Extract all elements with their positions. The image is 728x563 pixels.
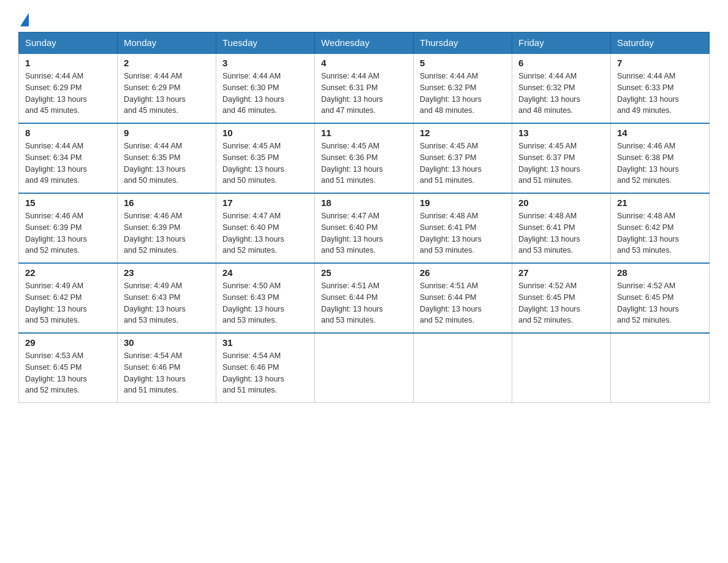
day-info: Sunrise: 4:48 AM Sunset: 6:41 PM Dayligh… [420, 210, 506, 256]
day-number: 24 [222, 267, 308, 278]
weekday-header-saturday: Saturday [611, 33, 710, 54]
day-number: 19 [420, 197, 506, 208]
day-number: 30 [124, 337, 210, 348]
calendar-cell: 6 Sunrise: 4:44 AM Sunset: 6:32 PM Dayli… [512, 53, 611, 123]
day-info: Sunrise: 4:45 AM Sunset: 6:35 PM Dayligh… [222, 140, 308, 186]
weekday-header-monday: Monday [118, 33, 216, 54]
calendar-table: SundayMondayTuesdayWednesdayThursdayFrid… [18, 32, 710, 403]
day-number: 26 [420, 267, 506, 278]
day-number: 6 [518, 58, 604, 68]
calendar-cell: 24 Sunrise: 4:50 AM Sunset: 6:43 PM Dayl… [216, 263, 315, 333]
page-header [18, 12, 710, 26]
day-number: 27 [518, 267, 604, 278]
day-info: Sunrise: 4:51 AM Sunset: 6:44 PM Dayligh… [420, 280, 506, 326]
weekday-header-wednesday: Wednesday [315, 33, 414, 54]
day-info: Sunrise: 4:52 AM Sunset: 6:45 PM Dayligh… [518, 280, 604, 326]
day-info: Sunrise: 4:50 AM Sunset: 6:43 PM Dayligh… [222, 280, 308, 326]
day-number: 18 [321, 197, 407, 208]
weekday-header-sunday: Sunday [19, 33, 118, 54]
calendar-cell: 2 Sunrise: 4:44 AM Sunset: 6:29 PM Dayli… [118, 53, 216, 123]
day-number: 9 [124, 128, 210, 138]
calendar-cell: 28 Sunrise: 4:52 AM Sunset: 6:45 PM Dayl… [611, 263, 710, 333]
calendar-cell [315, 333, 414, 403]
day-number: 12 [420, 128, 506, 138]
calendar-week-row: 1 Sunrise: 4:44 AM Sunset: 6:29 PM Dayli… [19, 53, 710, 123]
calendar-cell: 15 Sunrise: 4:46 AM Sunset: 6:39 PM Dayl… [19, 193, 118, 263]
day-info: Sunrise: 4:46 AM Sunset: 6:38 PM Dayligh… [617, 140, 703, 186]
day-number: 2 [124, 58, 210, 68]
day-number: 8 [25, 128, 111, 138]
day-number: 20 [518, 197, 604, 208]
calendar-cell [512, 333, 611, 403]
day-number: 25 [321, 267, 407, 278]
calendar-cell: 9 Sunrise: 4:44 AM Sunset: 6:35 PM Dayli… [118, 123, 216, 193]
day-info: Sunrise: 4:44 AM Sunset: 6:34 PM Dayligh… [25, 140, 111, 186]
day-number: 29 [25, 337, 111, 348]
day-number: 22 [25, 267, 111, 278]
calendar-cell: 31 Sunrise: 4:54 AM Sunset: 6:46 PM Dayl… [216, 333, 315, 403]
calendar-cell: 16 Sunrise: 4:46 AM Sunset: 6:39 PM Dayl… [118, 193, 216, 263]
day-number: 11 [321, 128, 407, 138]
day-number: 5 [420, 58, 506, 68]
weekday-header-friday: Friday [512, 33, 611, 54]
calendar-cell: 12 Sunrise: 4:45 AM Sunset: 6:37 PM Dayl… [414, 123, 512, 193]
calendar-week-row: 29 Sunrise: 4:53 AM Sunset: 6:45 PM Dayl… [19, 333, 710, 403]
day-info: Sunrise: 4:49 AM Sunset: 6:42 PM Dayligh… [25, 280, 111, 326]
calendar-cell: 23 Sunrise: 4:49 AM Sunset: 6:43 PM Dayl… [118, 263, 216, 333]
day-info: Sunrise: 4:45 AM Sunset: 6:37 PM Dayligh… [518, 140, 604, 186]
calendar-cell: 11 Sunrise: 4:45 AM Sunset: 6:36 PM Dayl… [315, 123, 414, 193]
day-info: Sunrise: 4:49 AM Sunset: 6:43 PM Dayligh… [124, 280, 210, 326]
day-info: Sunrise: 4:44 AM Sunset: 6:35 PM Dayligh… [124, 140, 210, 186]
day-info: Sunrise: 4:45 AM Sunset: 6:36 PM Dayligh… [321, 140, 407, 186]
calendar-cell: 7 Sunrise: 4:44 AM Sunset: 6:33 PM Dayli… [611, 53, 710, 123]
calendar-cell: 19 Sunrise: 4:48 AM Sunset: 6:41 PM Dayl… [414, 193, 512, 263]
day-info: Sunrise: 4:51 AM Sunset: 6:44 PM Dayligh… [321, 280, 407, 326]
day-number: 4 [321, 58, 407, 68]
logo [18, 12, 29, 26]
day-info: Sunrise: 4:44 AM Sunset: 6:30 PM Dayligh… [222, 71, 308, 117]
calendar-cell: 17 Sunrise: 4:47 AM Sunset: 6:40 PM Dayl… [216, 193, 315, 263]
calendar-cell: 30 Sunrise: 4:54 AM Sunset: 6:46 PM Dayl… [118, 333, 216, 403]
day-info: Sunrise: 4:53 AM Sunset: 6:45 PM Dayligh… [25, 350, 111, 396]
calendar-cell: 25 Sunrise: 4:51 AM Sunset: 6:44 PM Dayl… [315, 263, 414, 333]
calendar-cell: 22 Sunrise: 4:49 AM Sunset: 6:42 PM Dayl… [19, 263, 118, 333]
calendar-cell: 18 Sunrise: 4:47 AM Sunset: 6:40 PM Dayl… [315, 193, 414, 263]
day-number: 1 [25, 58, 111, 68]
day-number: 31 [222, 337, 308, 348]
calendar-cell [611, 333, 710, 403]
calendar-cell: 21 Sunrise: 4:48 AM Sunset: 6:42 PM Dayl… [611, 193, 710, 263]
weekday-header-thursday: Thursday [414, 33, 512, 54]
day-number: 15 [25, 197, 111, 208]
day-info: Sunrise: 4:44 AM Sunset: 6:29 PM Dayligh… [25, 71, 111, 117]
day-number: 17 [222, 197, 308, 208]
day-number: 13 [518, 128, 604, 138]
day-info: Sunrise: 4:54 AM Sunset: 6:46 PM Dayligh… [124, 350, 210, 396]
calendar-cell: 20 Sunrise: 4:48 AM Sunset: 6:41 PM Dayl… [512, 193, 611, 263]
day-info: Sunrise: 4:44 AM Sunset: 6:29 PM Dayligh… [124, 71, 210, 117]
calendar-cell: 8 Sunrise: 4:44 AM Sunset: 6:34 PM Dayli… [19, 123, 118, 193]
calendar-cell: 27 Sunrise: 4:52 AM Sunset: 6:45 PM Dayl… [512, 263, 611, 333]
day-number: 28 [617, 267, 703, 278]
day-number: 21 [617, 197, 703, 208]
day-info: Sunrise: 4:44 AM Sunset: 6:32 PM Dayligh… [518, 71, 604, 117]
day-info: Sunrise: 4:44 AM Sunset: 6:32 PM Dayligh… [420, 71, 506, 117]
calendar-cell [414, 333, 512, 403]
calendar-header-row: SundayMondayTuesdayWednesdayThursdayFrid… [19, 33, 710, 54]
calendar-cell: 26 Sunrise: 4:51 AM Sunset: 6:44 PM Dayl… [414, 263, 512, 333]
day-info: Sunrise: 4:54 AM Sunset: 6:46 PM Dayligh… [222, 350, 308, 396]
day-number: 3 [222, 58, 308, 68]
day-info: Sunrise: 4:46 AM Sunset: 6:39 PM Dayligh… [25, 210, 111, 256]
calendar-cell: 13 Sunrise: 4:45 AM Sunset: 6:37 PM Dayl… [512, 123, 611, 193]
day-number: 10 [222, 128, 308, 138]
calendar-week-row: 8 Sunrise: 4:44 AM Sunset: 6:34 PM Dayli… [19, 123, 710, 193]
calendar-cell: 29 Sunrise: 4:53 AM Sunset: 6:45 PM Dayl… [19, 333, 118, 403]
day-number: 23 [124, 267, 210, 278]
day-info: Sunrise: 4:46 AM Sunset: 6:39 PM Dayligh… [124, 210, 210, 256]
calendar-cell: 3 Sunrise: 4:44 AM Sunset: 6:30 PM Dayli… [216, 53, 315, 123]
calendar-cell: 1 Sunrise: 4:44 AM Sunset: 6:29 PM Dayli… [19, 53, 118, 123]
day-info: Sunrise: 4:48 AM Sunset: 6:41 PM Dayligh… [518, 210, 604, 256]
day-number: 16 [124, 197, 210, 208]
calendar-cell: 10 Sunrise: 4:45 AM Sunset: 6:35 PM Dayl… [216, 123, 315, 193]
day-info: Sunrise: 4:52 AM Sunset: 6:45 PM Dayligh… [617, 280, 703, 326]
day-info: Sunrise: 4:48 AM Sunset: 6:42 PM Dayligh… [617, 210, 703, 256]
